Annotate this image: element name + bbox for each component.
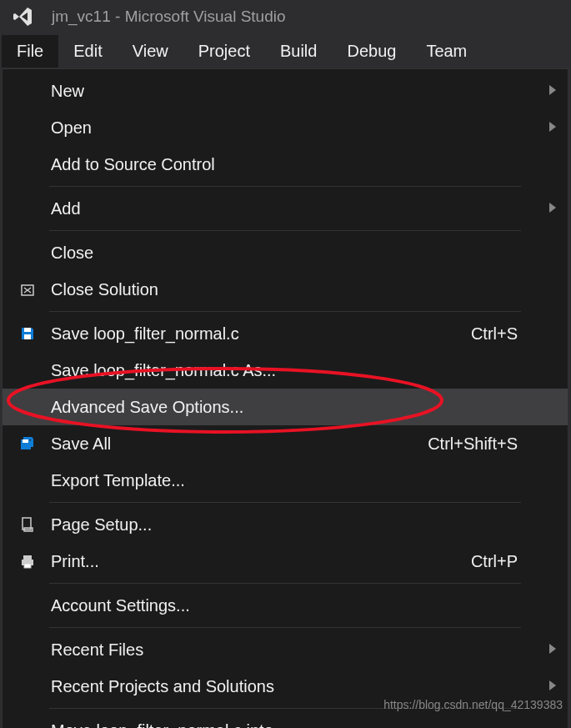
svg-rect-1 xyxy=(24,328,31,332)
menu-advanced-save[interactable]: Advanced Save Options... xyxy=(3,389,568,425)
save-all-icon xyxy=(11,435,44,452)
vs-logo-icon xyxy=(10,4,35,29)
file-dropdown: New Open Add to Source Control Add Close… xyxy=(2,68,568,728)
menu-debug[interactable]: Debug xyxy=(332,35,411,68)
menu-close[interactable]: Close xyxy=(3,234,568,271)
menu-save-all[interactable]: Save All Ctrl+Shift+S xyxy=(3,425,568,462)
menu-project[interactable]: Project xyxy=(183,35,265,68)
svg-rect-2 xyxy=(24,334,31,339)
menu-recent-files[interactable]: Recent Files xyxy=(3,631,568,668)
svg-rect-8 xyxy=(24,564,31,568)
submenu-arrow-icon xyxy=(549,121,556,134)
save-icon xyxy=(11,325,44,342)
menu-save-as[interactable]: Save loop_filter_normal.c As... xyxy=(3,352,568,389)
separator xyxy=(49,502,521,503)
menu-export-template[interactable]: Export Template... xyxy=(3,462,568,499)
menu-save[interactable]: Save loop_filter_normal.c Ctrl+S xyxy=(3,315,568,352)
separator xyxy=(49,311,521,312)
menu-new[interactable]: New xyxy=(3,73,568,109)
menu-add-source-control[interactable]: Add to Source Control xyxy=(3,146,568,183)
svg-rect-3 xyxy=(23,439,28,443)
menu-file[interactable]: File xyxy=(2,35,58,68)
svg-rect-6 xyxy=(23,555,32,560)
menu-move-into[interactable]: Move loop_filter_normal.c into xyxy=(3,712,568,728)
menu-add[interactable]: Add xyxy=(3,190,568,227)
menu-account-settings[interactable]: Account Settings... xyxy=(3,587,568,624)
menu-open[interactable]: Open xyxy=(3,109,568,146)
submenu-arrow-icon xyxy=(549,84,556,98)
watermark: https://blog.csdn.net/qq_42139383 xyxy=(383,698,563,711)
close-solution-icon xyxy=(11,281,44,298)
menu-view[interactable]: View xyxy=(118,35,183,68)
separator xyxy=(49,583,521,584)
titlebar: jm_vc11 - Microsoft Visual Studio xyxy=(0,0,571,33)
submenu-arrow-icon xyxy=(549,643,556,656)
separator xyxy=(49,230,521,231)
separator xyxy=(49,186,521,187)
page-setup-icon xyxy=(11,516,44,533)
window-title: jm_vc11 - Microsoft Visual Studio xyxy=(52,8,286,26)
print-icon xyxy=(11,553,44,570)
separator xyxy=(49,627,521,628)
menu-close-solution[interactable]: Close Solution xyxy=(3,271,568,308)
submenu-arrow-icon xyxy=(549,202,556,215)
submenu-arrow-icon xyxy=(549,680,556,693)
menu-build[interactable]: Build xyxy=(265,35,332,68)
menu-team[interactable]: Team xyxy=(411,35,482,68)
menu-print[interactable]: Print... Ctrl+P xyxy=(3,543,568,580)
menu-page-setup[interactable]: Page Setup... xyxy=(3,506,568,543)
menu-edit[interactable]: Edit xyxy=(58,35,117,68)
menubar: File Edit View Project Build Debug Team xyxy=(0,33,571,68)
